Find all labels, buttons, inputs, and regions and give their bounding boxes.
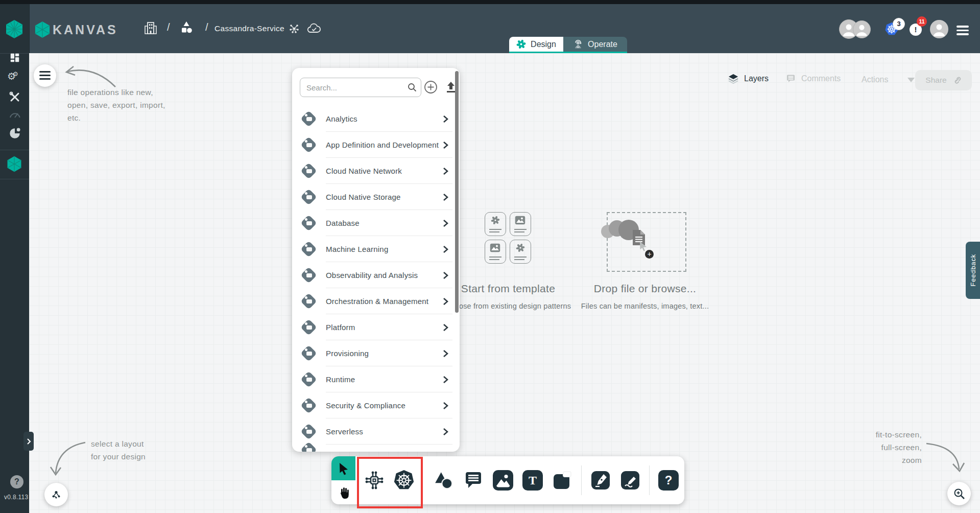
organization-icon[interactable] (145, 21, 157, 35)
note-icon (552, 470, 572, 491)
orchestration-tag-icon (300, 293, 318, 310)
chevron-right-icon (443, 402, 448, 410)
template-card (510, 240, 531, 264)
category-row-observability[interactable]: Observability and Analysis (292, 262, 460, 288)
pencil-sketch-icon (620, 470, 640, 491)
canvas-toolbar: T ? (331, 456, 684, 504)
text-tool[interactable]: T (521, 469, 544, 492)
help-tool[interactable]: ? (657, 469, 680, 492)
shapes-icon (433, 470, 455, 491)
user-avatar[interactable] (930, 20, 948, 38)
category-row-cloud-native-storage[interactable]: Cloud Native Storage (292, 184, 460, 210)
layers-toggle[interactable]: Layers (728, 74, 769, 84)
row-divider (326, 418, 452, 418)
feedback-tab[interactable]: Feedback (966, 242, 980, 299)
category-row-machine-learning[interactable]: Machine Learning (292, 236, 460, 262)
tab-active-underline (509, 52, 627, 53)
chevron-right-icon (443, 193, 448, 201)
image-tool[interactable] (491, 469, 515, 492)
zoom-controls-button[interactable] (947, 482, 971, 505)
file-menu-button[interactable] (34, 64, 56, 87)
search-input[interactable] (300, 78, 421, 97)
category-row-platform[interactable]: Platform (292, 314, 460, 340)
sidebar-divider (0, 179, 29, 179)
layout-select-button[interactable] (44, 483, 68, 506)
add-plus-icon: + (645, 250, 654, 259)
chevron-right-icon (27, 438, 31, 445)
link-icon (952, 76, 962, 85)
search-icon[interactable] (408, 83, 417, 92)
sidebar-item-mesh-icon[interactable] (8, 127, 21, 140)
category-row-security[interactable]: Security & Compliance (292, 392, 460, 418)
pen-icon (590, 470, 611, 491)
component-shape-tool[interactable] (363, 469, 386, 492)
design-visibility-icon[interactable] (289, 23, 300, 34)
add-component-button[interactable] (424, 80, 438, 94)
row-divider (326, 131, 452, 132)
kubernetes-tool[interactable] (392, 469, 416, 492)
category-label: Security & Compliance (326, 401, 443, 410)
row-divider (326, 183, 452, 184)
sidebar-item-performance-icon[interactable] (9, 109, 21, 119)
help-button[interactable]: ? (10, 475, 23, 488)
category-row-database[interactable]: Database (292, 210, 460, 236)
breadcrumb-separator: / (205, 21, 208, 33)
person-icon (930, 20, 948, 38)
drop-cta-title[interactable]: Drop file or browse... (584, 283, 706, 295)
design-spiral-icon (516, 243, 525, 252)
sketch-tool[interactable] (618, 469, 642, 492)
category-row-serverless[interactable]: Serverless (292, 418, 460, 445)
feedback-label: Feedback (969, 254, 977, 287)
magnifier-plus-icon (953, 488, 965, 500)
header-menu-button[interactable] (957, 24, 969, 37)
comments-toggle[interactable]: Comments (785, 74, 841, 84)
collaborator-avatar[interactable] (853, 20, 871, 38)
breadcrumb-separator: / (167, 21, 170, 33)
sidebar-item-configuration-tools-icon[interactable] (9, 91, 21, 103)
category-row-orchestration[interactable]: Orchestration & Management (292, 288, 460, 314)
category-row-analytics[interactable]: Analytics (292, 106, 460, 132)
pointer-tools (331, 456, 355, 504)
category-row-runtime[interactable]: Runtime (292, 366, 460, 392)
alerts-badge[interactable]: 11 (917, 16, 927, 27)
meshery-logo-icon[interactable] (6, 19, 23, 39)
search-field[interactable] (300, 78, 421, 97)
template-cta-title[interactable]: Start from template (457, 283, 559, 295)
category-label: Runtime (326, 375, 443, 384)
sidebar-divider (0, 150, 29, 150)
app-version: v0.8.113 (4, 494, 29, 501)
breadcrumb-design-name[interactable]: Cassandra-Service (214, 24, 284, 33)
kubernetes-contexts-badge[interactable]: 3 (893, 18, 905, 30)
tab-operate[interactable]: Operate (563, 37, 627, 52)
cursor-arrow-icon (338, 462, 350, 475)
category-row-app-definition[interactable]: App Definition and Development (292, 132, 460, 158)
pan-tool[interactable] (331, 480, 355, 504)
design-spiral-icon (491, 216, 500, 225)
actions-dropdown[interactable]: Actions (862, 75, 915, 84)
chevron-right-icon (443, 428, 448, 436)
category-label: App Definition and Development (326, 141, 443, 149)
annotation-zoom: fit-to-screen, full-screen, zoom (845, 428, 922, 467)
chevron-right-icon (443, 115, 448, 123)
category-row-cloud-native-network[interactable]: Cloud Native Network (292, 158, 460, 184)
comment-tool[interactable] (462, 469, 485, 492)
sidebar-expander-chevron[interactable] (23, 432, 34, 451)
observability-tag-icon (300, 267, 318, 284)
menu-icon (39, 71, 51, 80)
category-row-provisioning[interactable]: Provisioning (292, 340, 460, 366)
row-divider (326, 262, 452, 262)
sidebar-item-kanvas-active[interactable] (7, 156, 22, 172)
workspace-shapes-icon[interactable] (180, 20, 193, 35)
shapes-tool[interactable] (432, 469, 456, 492)
network-tag-icon (300, 162, 318, 180)
sidebar-item-lifecycle-gears-icon[interactable]: ⚙⚙ (7, 71, 21, 82)
tab-design[interactable]: Design (509, 37, 563, 52)
note-tool[interactable] (551, 469, 574, 492)
share-button[interactable]: Share (915, 70, 972, 90)
select-tool-active[interactable] (331, 456, 355, 480)
chevron-down-icon (907, 78, 915, 82)
cloud-save-status-icon[interactable] (306, 22, 322, 35)
sidebar-item-dashboard[interactable] (9, 52, 20, 63)
pen-tool[interactable] (589, 469, 612, 492)
panel-scrollbar[interactable] (455, 71, 459, 313)
